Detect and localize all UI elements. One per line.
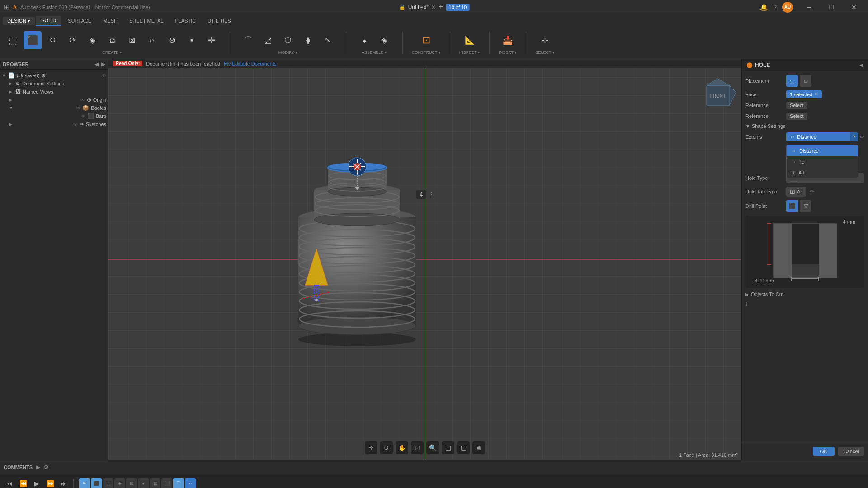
vp-pan-btn[interactable]: ✋: [396, 441, 408, 454]
extents-option-distance[interactable]: ↔ Distance: [787, 145, 858, 156]
loft-btn[interactable]: ◈: [83, 31, 101, 49]
inspect-label[interactable]: INSPECT ▾: [459, 50, 480, 55]
construct-btn[interactable]: ⊡: [417, 31, 435, 49]
construct-label[interactable]: CONSTRUCT ▾: [412, 50, 441, 55]
timeline-item-5[interactable]: ⊞: [126, 478, 137, 488]
face-selected-badge[interactable]: 1 selected ✕: [786, 90, 822, 98]
revolve-btn[interactable]: ↻: [43, 31, 61, 49]
insert-label[interactable]: INSERT ▾: [499, 50, 517, 55]
placement-icon-1[interactable]: ⬚: [786, 75, 798, 87]
vp-zoom-btn[interactable]: 🔍: [426, 441, 439, 454]
drill-point-flat[interactable]: ⬛: [786, 200, 798, 212]
timeline-item-6[interactable]: ⬥: [138, 478, 149, 488]
user-avatar[interactable]: AU: [782, 2, 793, 13]
timeline-next-end[interactable]: ⏭: [58, 478, 70, 488]
timeline-prev-begin[interactable]: ⏮: [4, 478, 15, 488]
help-icon[interactable]: ?: [773, 4, 777, 11]
as-built-btn[interactable]: ◈: [375, 31, 393, 49]
web-btn[interactable]: ⊠: [123, 31, 141, 49]
vp-rotate-btn[interactable]: ↺: [380, 441, 393, 454]
sweep-btn[interactable]: ⟳: [63, 31, 81, 49]
new-tab-btn[interactable]: +: [439, 2, 443, 12]
tab-surface[interactable]: SURFACE: [62, 16, 97, 25]
extents-edit-icon[interactable]: ✏: [860, 134, 864, 140]
readonly-link[interactable]: My Editable Documents: [224, 61, 276, 66]
tab-plastic[interactable]: PLASTIC: [170, 16, 201, 25]
vp-display-btn[interactable]: ▦: [457, 441, 470, 454]
hole-tap-edit-icon[interactable]: ✏: [810, 188, 814, 195]
notification-icon[interactable]: 🔔: [760, 4, 768, 11]
comments-settings-btn[interactable]: ⚙: [44, 464, 49, 470]
browser-item-doc-settings[interactable]: ▶ ⚙ Document Settings: [0, 80, 108, 88]
cancel-button[interactable]: Cancel: [838, 447, 864, 456]
browser-item-bodies[interactable]: ▼ 👁 📦 Bodies: [0, 104, 108, 112]
timeline-next[interactable]: ⏩: [44, 478, 56, 488]
insert-mesh-btn[interactable]: 📥: [499, 31, 517, 49]
minimize-btn[interactable]: ─: [798, 0, 819, 14]
browser-item-barb[interactable]: 👁 ⬛ Barb: [0, 112, 108, 120]
timeline-item-9[interactable]: ⌒: [173, 478, 184, 488]
tab-close[interactable]: ✕: [431, 4, 436, 10]
face-clear-btn[interactable]: ✕: [814, 91, 818, 97]
extrude-btn[interactable]: ⬛: [24, 31, 42, 49]
select-btn-tb[interactable]: ⊹: [536, 31, 554, 49]
fillet-btn[interactable]: ⌒: [239, 31, 257, 49]
reference-select-btn-2[interactable]: Select: [786, 113, 807, 120]
objects-to-cut-row[interactable]: ▶ Objects To Cut: [745, 291, 864, 297]
eye-origin[interactable]: 👁: [80, 98, 85, 103]
tab-utilities[interactable]: UTILITIES: [202, 16, 236, 25]
scale-btn[interactable]: ⤡: [319, 31, 337, 49]
timeline-item-3[interactable]: ⬚: [103, 478, 113, 488]
browser-item-sketches[interactable]: ▶ 👁 ✏ Sketches: [0, 120, 108, 128]
extents-value-btn[interactable]: ↔ Distance: [786, 132, 850, 141]
new-component-btn[interactable]: ⬚: [4, 31, 22, 49]
modify-label[interactable]: MODIFY ▾: [278, 50, 297, 55]
3d-model[interactable]: [267, 113, 457, 348]
browser-item-unsaved[interactable]: ▼ 📄 (Unsaved) ⚙ 👁: [0, 71, 108, 80]
timeline-item-7[interactable]: ▦: [150, 478, 160, 488]
browser-collapse-btn[interactable]: ◀: [94, 61, 99, 67]
info-icon[interactable]: ℹ: [745, 301, 748, 308]
eye-unsaved[interactable]: 👁: [102, 73, 106, 78]
eye-barb[interactable]: 👁: [81, 114, 85, 119]
box-btn[interactable]: ▪: [183, 31, 201, 49]
browser-expand-btn[interactable]: ▶: [101, 61, 105, 67]
viewport[interactable]: Read-Only: Document limit has been reach…: [108, 59, 741, 460]
timeline-play[interactable]: ▶: [31, 478, 42, 488]
ok-button[interactable]: OK: [813, 447, 835, 456]
browser-item-named-views[interactable]: ▶ 🖼 Named Views: [0, 88, 108, 96]
select-label[interactable]: SELECT ▾: [535, 50, 554, 55]
apps-icon[interactable]: ⊞: [4, 3, 9, 11]
timeline-item-1[interactable]: ✏: [79, 478, 90, 488]
measure-btn[interactable]: 📐: [461, 31, 479, 49]
browser-item-origin[interactable]: ▶ 👁 ⊕ Origin: [0, 96, 108, 104]
reference-select-btn-1[interactable]: Select: [786, 102, 807, 109]
chamfer-btn[interactable]: ◿: [259, 31, 277, 49]
timeline-item-8[interactable]: ⬛: [161, 478, 172, 488]
vp-cursor-btn[interactable]: ✛: [365, 441, 377, 454]
dimension-dots[interactable]: ⋮: [428, 191, 434, 198]
gizmo[interactable]: FRONT: [700, 76, 736, 113]
vp-view-btn[interactable]: ◫: [442, 441, 454, 454]
tab-solid[interactable]: SOLID: [36, 16, 61, 26]
eye-sketches[interactable]: 👁: [73, 122, 78, 127]
restore-btn[interactable]: ❐: [821, 0, 842, 14]
timeline-prev[interactable]: ⏪: [17, 478, 29, 488]
joint-btn[interactable]: ⬥: [355, 31, 373, 49]
rib-btn[interactable]: ⧄: [103, 31, 121, 49]
design-dropdown[interactable]: DESIGN ▾: [3, 17, 35, 25]
settings-icon-unsaved[interactable]: ⚙: [42, 73, 46, 78]
hole-collapse-btn[interactable]: ◀: [859, 62, 863, 68]
draft-btn[interactable]: ⧫: [299, 31, 317, 49]
extents-option-to[interactable]: → To: [787, 156, 858, 167]
assemble-label[interactable]: ASSEMBLE ▾: [362, 50, 387, 55]
timeline-item-2[interactable]: ⬛: [91, 478, 102, 488]
placement-icon-2[interactable]: ⊞: [800, 75, 811, 87]
vp-zoom-fit-btn[interactable]: ⊡: [411, 441, 424, 454]
hole-tap-dropdown[interactable]: ⊞ All: [786, 187, 806, 197]
tab-sheet-metal[interactable]: SHEET METAL: [124, 16, 169, 25]
timeline-item-4[interactable]: ◈: [114, 478, 125, 488]
extents-option-all[interactable]: ⊞ All: [787, 167, 858, 178]
close-btn[interactable]: ✕: [844, 0, 864, 14]
vp-effects-btn[interactable]: 🖥: [472, 441, 485, 454]
